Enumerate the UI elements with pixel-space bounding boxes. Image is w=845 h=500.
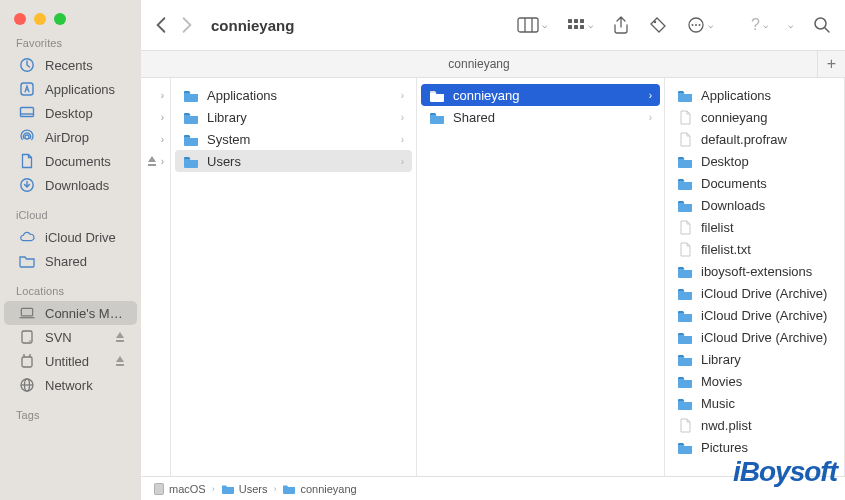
folder-icon <box>677 264 693 278</box>
tag-button[interactable] <box>649 16 667 34</box>
disk-icon <box>19 329 35 345</box>
new-tab-button[interactable]: + <box>817 50 845 78</box>
svg-rect-26 <box>580 25 584 29</box>
list-item[interactable]: › <box>141 150 170 172</box>
list-item[interactable]: iCloud Drive (Archive) <box>669 304 840 326</box>
svg-rect-6 <box>21 308 32 316</box>
column-2: connieyang›Shared› <box>417 78 665 476</box>
item-name: connieyang <box>701 110 832 125</box>
sidebar-item[interactable]: Desktop <box>4 101 137 125</box>
minimize-window-button[interactable] <box>34 13 46 25</box>
forward-button[interactable] <box>181 16 193 34</box>
svg-point-31 <box>699 24 701 26</box>
path-segment[interactable]: macOS <box>153 482 206 496</box>
item-name: Applications <box>701 88 832 103</box>
folder-icon <box>677 330 693 344</box>
zoom-window-button[interactable] <box>54 13 66 25</box>
list-item[interactable]: Downloads <box>669 194 840 216</box>
disk-ext-icon <box>19 353 35 369</box>
column-0: ›››› <box>141 78 171 476</box>
list-item[interactable]: Pictures <box>669 436 840 458</box>
list-item[interactable]: Applications› <box>175 84 412 106</box>
path-label: Users <box>239 483 268 495</box>
action-menu-button[interactable]: ⌵ <box>687 16 713 34</box>
list-item[interactable]: connieyang› <box>421 84 660 106</box>
item-name: Downloads <box>701 198 832 213</box>
chevron-right-icon: › <box>161 90 164 101</box>
sidebar-item[interactable]: AirDrop <box>4 125 137 149</box>
item-name: Music <box>701 396 832 411</box>
svg-rect-25 <box>574 25 578 29</box>
item-name: iCloud Drive (Archive) <box>701 286 832 301</box>
sidebar-item[interactable]: Documents <box>4 149 137 173</box>
list-item[interactable]: filelist.txt <box>669 238 840 260</box>
sidebar-item[interactable]: Network <box>4 373 137 397</box>
list-item[interactable]: Desktop <box>669 150 840 172</box>
item-name: filelist.txt <box>701 242 832 257</box>
chevron-right-icon: › <box>649 90 652 101</box>
list-item[interactable]: iCloud Drive (Archive) <box>669 282 840 304</box>
dropdown-button[interactable]: ⌵ <box>788 20 793 30</box>
list-item[interactable]: nwd.plist <box>669 414 840 436</box>
main-panel: connieyang ⌵ ⌵ ⌵ ?⌵ ⌵ connieyang + ›››› … <box>141 0 845 500</box>
tab-bar: connieyang + <box>141 50 845 78</box>
list-item[interactable]: filelist <box>669 216 840 238</box>
svg-rect-14 <box>116 364 124 366</box>
chevron-right-icon: › <box>401 90 404 101</box>
sidebar-item[interactable]: Untitled <box>4 349 137 373</box>
sidebar-item[interactable]: Downloads <box>4 173 137 197</box>
help-button[interactable]: ?⌵ <box>751 16 768 34</box>
group-button[interactable]: ⌵ <box>567 18 593 32</box>
list-item[interactable]: Shared› <box>421 106 660 128</box>
chevron-right-icon: › <box>401 134 404 145</box>
list-item[interactable]: default.profraw <box>669 128 840 150</box>
list-item[interactable]: Users› <box>175 150 412 172</box>
sidebar-item[interactable]: iCloud Drive <box>4 225 137 249</box>
sidebar-item-label: Shared <box>45 254 125 269</box>
list-item[interactable]: › <box>141 106 170 128</box>
item-name: System <box>207 132 393 147</box>
path-segment[interactable]: connieyang <box>282 483 356 495</box>
item-name: Shared <box>453 110 641 125</box>
chevron-right-icon: › <box>649 112 652 123</box>
view-mode-button[interactable]: ⌵ <box>517 17 547 33</box>
list-item[interactable]: System› <box>175 128 412 150</box>
list-item[interactable]: Library <box>669 348 840 370</box>
share-button[interactable] <box>613 16 629 34</box>
toolbar: connieyang ⌵ ⌵ ⌵ ?⌵ ⌵ <box>141 0 845 50</box>
eject-icon[interactable] <box>115 356 125 367</box>
eject-icon[interactable] <box>115 332 125 343</box>
sidebar-item[interactable]: SVN <box>4 325 137 349</box>
sidebar-item-label: Desktop <box>45 106 125 121</box>
list-item[interactable]: › <box>141 128 170 150</box>
list-item[interactable]: iboysoft-extensions <box>669 260 840 282</box>
list-item[interactable]: Movies <box>669 370 840 392</box>
sidebar-item[interactable]: Recents <box>4 53 137 77</box>
list-item[interactable]: Music <box>669 392 840 414</box>
sidebar-item[interactable]: Applications <box>4 77 137 101</box>
svg-rect-11 <box>22 357 32 367</box>
list-item[interactable]: › <box>141 84 170 106</box>
sidebar-item[interactable]: Connie's Ma… <box>4 301 137 325</box>
airdrop-icon <box>19 129 35 145</box>
list-item[interactable]: Applications <box>669 84 840 106</box>
back-button[interactable] <box>155 16 167 34</box>
svg-point-27 <box>654 21 656 23</box>
item-name: Applications <box>207 88 393 103</box>
list-item[interactable]: Library› <box>175 106 412 128</box>
sidebar-section-header: iCloud <box>0 197 141 225</box>
svg-rect-34 <box>148 164 156 166</box>
svg-rect-21 <box>568 19 572 23</box>
list-item[interactable]: Documents <box>669 172 840 194</box>
path-segment[interactable]: Users <box>221 483 268 495</box>
folder-icon <box>183 88 199 102</box>
tab[interactable]: connieyang <box>141 57 817 71</box>
sidebar-item-label: AirDrop <box>45 130 125 145</box>
list-item[interactable]: connieyang <box>669 106 840 128</box>
eject-icon[interactable] <box>147 156 157 167</box>
sidebar-item[interactable]: Shared <box>4 249 137 273</box>
item-name: filelist <box>701 220 832 235</box>
close-window-button[interactable] <box>14 13 26 25</box>
list-item[interactable]: iCloud Drive (Archive) <box>669 326 840 348</box>
search-button[interactable] <box>813 16 831 34</box>
